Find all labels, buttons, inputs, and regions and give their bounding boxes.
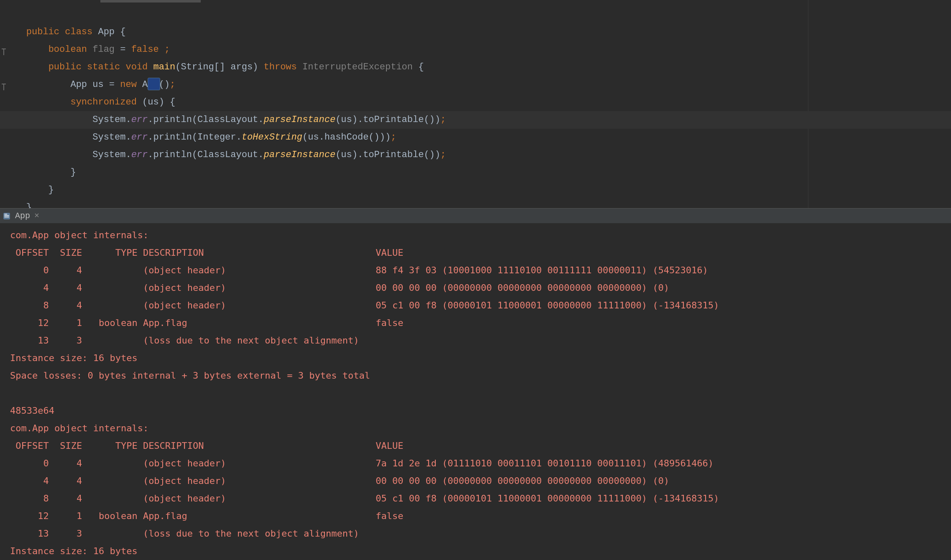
console-line: 12 1 boolean App.flag false	[10, 507, 951, 525]
semicolon: ;	[440, 150, 446, 160]
field-ref: err	[131, 150, 148, 160]
console-output[interactable]: com.App object internals: OFFSET SIZE TY…	[0, 223, 951, 560]
console-line: 4 4 (object header) 00 00 00 00 (0000000…	[10, 279, 951, 297]
type: String	[181, 62, 214, 72]
paren: (	[175, 62, 181, 72]
code-line[interactable]: }	[4, 164, 54, 181]
code-text: .println(ClassLayout.	[148, 150, 263, 160]
keyword: throws	[264, 62, 302, 72]
editor-right-margin	[808, 0, 808, 208]
code-text: (us).toPrintable())	[335, 150, 440, 160]
console-line: 13 3 (loss due to the next object alignm…	[10, 525, 951, 542]
console-tab-label[interactable]: App	[15, 209, 30, 224]
param: [] args)	[214, 62, 264, 72]
code-line[interactable]: System.err.println(ClassLayout.parseInst…	[4, 129, 446, 146]
console-line: 0 4 (object header) 7a 1d 2e 1d (0111101…	[10, 455, 951, 472]
code-line[interactable]: public static void main(String[] args) t…	[4, 41, 424, 59]
console-line: OFFSET SIZE TYPE DESCRIPTION VALUE	[10, 244, 951, 262]
code-line[interactable]: }	[4, 146, 76, 164]
console-line: 4 4 (object header) 00 00 00 00 (0000000…	[10, 472, 951, 490]
code-editor[interactable]: public class App { boolean flag = false …	[0, 0, 951, 208]
console-line: 8 4 (object header) 05 c1 00 f8 (0000010…	[10, 297, 951, 314]
type: InterruptedException	[302, 62, 418, 72]
svg-rect-3	[4, 216, 9, 217]
code-line[interactable]: App us = new App();	[4, 59, 175, 76]
console-line: Instance size: 16 bytes	[10, 349, 951, 367]
editor-selection-highlight	[148, 78, 160, 90]
console-tab-bar: App ×	[0, 208, 951, 223]
method-call: parseInstance	[264, 150, 336, 160]
run-config-icon	[3, 212, 11, 220]
console-line: com.App object internals:	[10, 420, 951, 437]
console-line: 13 3 (loss due to the next object alignm…	[10, 332, 951, 349]
console-line: Space losses: 0 bytes internal + 3 bytes…	[10, 367, 951, 384]
editor-gutter-tab	[100, 0, 201, 3]
code-line[interactable]: boolean flag = false ;	[4, 23, 170, 41]
console-line: Instance size: 16 bytes	[10, 542, 951, 560]
semicolon: ;	[440, 115, 446, 125]
console-line: 12 1 boolean App.flag false	[10, 314, 951, 332]
code-line[interactable]: System.err.println(ClassLayout.parseInst…	[4, 94, 446, 111]
console-tab-close-icon[interactable]: ×	[34, 209, 39, 224]
code-line[interactable]: System.err.println(Integer.toHexString(u…	[4, 111, 396, 129]
code-line[interactable]: public class App {	[4, 6, 125, 23]
console-line: OFFSET SIZE TYPE DESCRIPTION VALUE	[10, 437, 951, 455]
console-line: 0 4 (object header) 88 f4 3f 03 (1000100…	[10, 262, 951, 279]
console-line: 48533e64	[10, 402, 951, 420]
brace: {	[418, 62, 424, 72]
svg-rect-2	[4, 215, 9, 216]
svg-rect-1	[4, 214, 7, 214]
code-line[interactable]: }	[4, 181, 32, 199]
console-line	[10, 384, 951, 402]
console-line: 8 4 (object header) 05 c1 00 f8 (0000010…	[10, 490, 951, 507]
console-line: com.App object internals:	[10, 227, 951, 244]
